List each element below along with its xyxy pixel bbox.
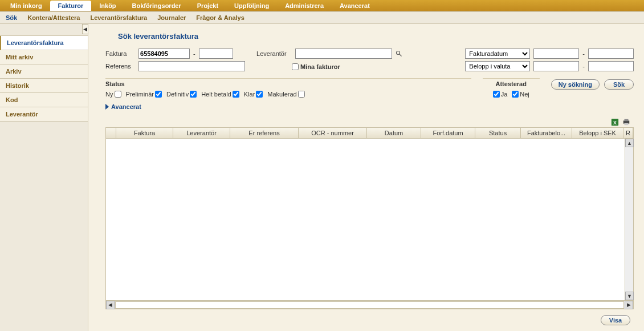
th-er-referens[interactable]: Er referens	[230, 128, 299, 138]
status-helt-betald-checkbox[interactable]	[233, 91, 239, 98]
th-ocr-nummer[interactable]: OCR - nummer	[299, 128, 367, 138]
referens-input[interactable]	[138, 61, 245, 71]
faktura-from-input[interactable]	[138, 49, 190, 59]
advanced-label: Avancerat	[111, 103, 141, 110]
filter2-to-input[interactable]	[588, 61, 634, 71]
tab-min-inkorg[interactable]: Min inkorg	[2, 1, 50, 11]
status-definitiv-label: Definitiv	[166, 91, 189, 98]
status-helt-betald-label: Helt betald	[201, 91, 231, 98]
advanced-toggle[interactable]: Avancerat	[105, 103, 634, 110]
th-blank[interactable]	[106, 128, 116, 138]
filter1-from-input[interactable]	[533, 49, 579, 59]
mina-fakturor-checkbox[interactable]	[292, 63, 299, 70]
export-excel-icon[interactable]: X	[611, 118, 619, 126]
chevron-right-icon	[105, 104, 109, 110]
svg-text:X: X	[613, 120, 617, 126]
attesterad-nej-checkbox[interactable]	[512, 91, 519, 98]
th-datum[interactable]: Datum	[367, 128, 421, 138]
svg-line-1	[400, 54, 402, 56]
sidebar-item-arkiv[interactable]: Arkiv	[0, 64, 88, 79]
sidebar-item-leverantorsfaktura[interactable]: Leverantörsfaktura	[0, 36, 88, 50]
primary-nav: Min inkorg Fakturor Inköp Bokföringsorde…	[0, 0, 644, 11]
status-definitiv-checkbox[interactable]	[190, 91, 197, 98]
sidebar-item-historik[interactable]: Historik	[0, 79, 88, 93]
status-makulerad-checkbox[interactable]	[298, 91, 305, 98]
scroll-down-icon[interactable]: ▼	[625, 292, 634, 300]
th-forfdatum[interactable]: Förf.datum	[421, 128, 475, 138]
referens-label: Referens	[105, 63, 135, 70]
mina-fakturor-label: Mina fakturor	[300, 63, 340, 70]
sidebar-item-leverantor[interactable]: Leverantör	[0, 107, 88, 122]
secondary-nav: Sök Kontera/Attestera Leverantörsfaktura…	[0, 11, 644, 24]
tab-bokforingsorder[interactable]: Bokföringsorder	[124, 1, 189, 11]
ny-sokning-button[interactable]: Ny sökning	[551, 79, 600, 90]
status-makulerad-label: Makulerad	[267, 91, 296, 98]
filter1-dash: -	[582, 50, 585, 57]
hscroll-track[interactable]	[115, 301, 624, 309]
filter2-dash: -	[582, 63, 585, 70]
tab-fakturor[interactable]: Fakturor	[50, 1, 92, 11]
attesterad-title: Attesterad	[483, 78, 540, 87]
status-klar-checkbox[interactable]	[256, 91, 263, 98]
table-header: Faktura Leverantör Er referens OCR - num…	[105, 127, 634, 139]
scroll-up-icon[interactable]: ▲	[625, 139, 634, 147]
sidebar-item-kod[interactable]: Kod	[0, 93, 88, 107]
filter-select-2[interactable]: Belopp i valuta	[465, 61, 530, 71]
status-preliminar-label: Preliminär	[126, 91, 154, 98]
svg-rect-5	[625, 119, 629, 122]
subtab-kontera-attestera[interactable]: Kontera/Attestera	[27, 14, 80, 21]
attesterad-nej-label: Nej	[520, 91, 529, 98]
svg-point-0	[397, 51, 400, 55]
scroll-right-icon[interactable]: ▶	[625, 301, 633, 309]
status-title: Status	[105, 78, 471, 87]
visa-button[interactable]: Visa	[601, 315, 630, 325]
th-faktura[interactable]: Faktura	[116, 128, 173, 138]
th-r[interactable]: R	[623, 128, 633, 138]
table-body: ▲ ▼	[105, 139, 634, 301]
th-status[interactable]: Status	[475, 128, 521, 138]
status-ny-checkbox[interactable]	[115, 91, 121, 98]
page-title: Sök leverantörsfaktura	[118, 32, 634, 41]
leverantor-input[interactable]	[295, 49, 392, 59]
status-klar-label: Klar	[244, 91, 255, 98]
scroll-left-icon[interactable]: ◀	[106, 301, 115, 309]
faktura-label: Faktura	[105, 50, 135, 57]
vertical-scrollbar[interactable]: ▲ ▼	[625, 139, 633, 300]
subtab-sok[interactable]: Sök	[6, 14, 17, 21]
tab-inkop[interactable]: Inköp	[91, 1, 124, 11]
th-leverantor[interactable]: Leverantör	[173, 128, 230, 138]
status-preliminar-checkbox[interactable]	[155, 91, 162, 98]
status-checkbox-row: Ny Preliminär Definitiv Helt betald Klar…	[105, 91, 471, 98]
tab-administrera[interactable]: Administrera	[277, 1, 332, 11]
attesterad-ja-label: Ja	[501, 91, 508, 98]
main-content: Sök leverantörsfaktura Faktura - Referen…	[88, 24, 644, 331]
filter1-to-input[interactable]	[588, 49, 634, 59]
search-icon[interactable]	[396, 50, 402, 57]
svg-rect-6	[625, 123, 629, 126]
print-icon[interactable]	[622, 118, 630, 126]
filter-select-1[interactable]: Fakturadatum	[465, 49, 530, 59]
status-ny-label: Ny	[105, 91, 113, 98]
horizontal-scrollbar[interactable]: ◀ ▶	[105, 301, 634, 309]
sidebar: ◀ Leverantörsfaktura Mitt arkiv Arkiv Hi…	[0, 24, 88, 331]
subtab-journaler[interactable]: Journaler	[157, 14, 186, 21]
sidebar-collapse-icon[interactable]: ◀	[82, 24, 88, 34]
th-fakturabelo[interactable]: Fakturabelo...	[521, 128, 572, 138]
tab-avancerat[interactable]: Avancerat	[332, 1, 378, 11]
sok-button[interactable]: Sök	[604, 79, 634, 90]
th-belopp-sek[interactable]: Belopp i SEK	[572, 128, 623, 138]
tab-projekt[interactable]: Projekt	[189, 1, 226, 11]
sidebar-item-mitt-arkiv[interactable]: Mitt arkiv	[0, 50, 88, 64]
subtab-leverantorsfaktura[interactable]: Leverantörsfaktura	[91, 14, 148, 21]
subtab-fragor-analys[interactable]: Frågor & Analys	[196, 14, 244, 21]
filter2-from-input[interactable]	[533, 61, 579, 71]
attesterad-ja-checkbox[interactable]	[493, 91, 500, 98]
faktura-dash: -	[193, 50, 195, 57]
leverantor-label: Leverantör	[256, 50, 292, 57]
faktura-to-input[interactable]	[199, 49, 233, 59]
tab-uppfoljning[interactable]: Uppföljning	[226, 1, 277, 11]
